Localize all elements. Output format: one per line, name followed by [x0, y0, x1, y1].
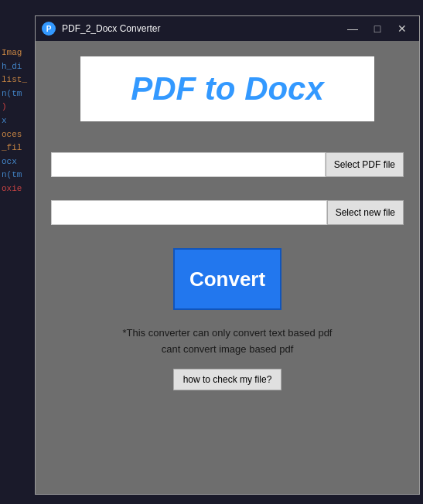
new-file-input[interactable]	[51, 200, 327, 225]
close-button[interactable]: ✕	[391, 21, 413, 36]
info-text: *This converter can only convert text ba…	[123, 325, 333, 358]
info-line1: *This converter can only convert text ba…	[123, 325, 333, 342]
select-pdf-button[interactable]: Select PDF file	[326, 152, 404, 177]
window-controls: — □ ✕	[342, 21, 413, 36]
pdf-file-row: Select PDF file	[51, 152, 404, 177]
check-file-button[interactable]: how to check my file?	[173, 369, 282, 390]
window-title: PDF_2_Docx Converter	[62, 23, 342, 34]
info-line2: cant convert image based pdf	[123, 342, 333, 358]
select-new-button[interactable]: Select new file	[327, 200, 404, 225]
app-title-text: PDF to Docx	[131, 70, 324, 107]
app-window: P PDF_2_Docx Converter — □ ✕ PDF to Docx…	[35, 15, 420, 495]
app-icon-letter: P	[46, 25, 52, 33]
new-file-row: Select new file	[51, 200, 404, 225]
minimize-button[interactable]: —	[342, 21, 363, 36]
app-content: PDF to Docx Select PDF file Select new f…	[36, 41, 419, 494]
maximize-button[interactable]: □	[367, 21, 388, 36]
app-icon: P	[42, 22, 56, 36]
code-bg-text: Imag h_di list_ n(tm ) x oces _fil ocx n…	[0, 0, 35, 504]
convert-button[interactable]: Convert	[173, 248, 281, 310]
pdf-file-input[interactable]	[51, 152, 326, 177]
title-banner: PDF to Docx	[80, 56, 374, 121]
title-bar: P PDF_2_Docx Converter — □ ✕	[36, 16, 419, 41]
